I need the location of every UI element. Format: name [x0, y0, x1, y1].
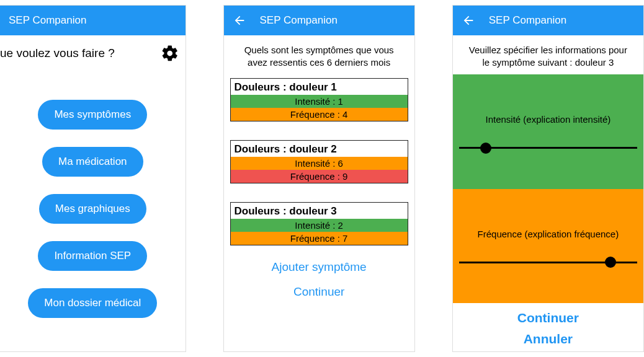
frequency-bar: Fréquence : 9: [231, 170, 408, 183]
continue-button[interactable]: Continuer: [517, 311, 579, 325]
home-menu: Mes symptômes Ma médication Mes graphiqu…: [0, 100, 186, 318]
menu-item-medical-record[interactable]: Mon dossier médical: [28, 288, 157, 318]
app-title: SEP Companion: [489, 14, 635, 27]
symptom-card[interactable]: Douleurs : douleur 1 Intensité : 1 Fréqu…: [230, 78, 408, 121]
frequency-bar: Fréquence : 4: [231, 108, 408, 121]
screen-symptom-list: SEP Companion Quels sont les symptômes q…: [223, 5, 415, 352]
menu-item-graphs[interactable]: Mes graphiques: [39, 194, 146, 224]
intensity-label: Intensité (explication intensité): [485, 114, 610, 125]
symptom-title: Douleurs : douleur 3: [231, 203, 408, 219]
symptom-title: Douleurs : douleur 2: [231, 141, 408, 157]
app-title: SEP Companion: [9, 14, 177, 27]
intensity-thumb[interactable]: [480, 143, 491, 154]
detail-subheader: Veuillez spécifier les informations pour…: [453, 35, 643, 74]
menu-item-medication[interactable]: Ma médication: [42, 147, 143, 177]
slider-panel: Intensité (explication intensité) Fréque…: [453, 74, 643, 303]
detail-actions: Continuer Annuler: [453, 303, 643, 351]
frequency-label: Fréquence (explication fréquence): [478, 229, 619, 239]
symptom-card[interactable]: Douleurs : douleur 2 Intensité : 6 Fréqu…: [230, 140, 408, 183]
appbar: SEP Companion: [453, 6, 643, 35]
frequency-thumb[interactable]: [605, 257, 616, 268]
cancel-button[interactable]: Annuler: [524, 332, 573, 346]
frequency-block: Fréquence (explication fréquence): [453, 189, 643, 304]
screen-home: SEP Companion ue voulez vous faire ? Mes…: [0, 5, 186, 352]
intensity-bar: Intensité : 2: [231, 219, 408, 232]
symptom-list: Douleurs : douleur 1 Intensité : 1 Fréqu…: [224, 78, 414, 245]
frequency-slider[interactable]: [459, 262, 637, 263]
back-icon[interactable]: [233, 14, 246, 27]
menu-item-symptoms[interactable]: Mes symptômes: [38, 100, 147, 130]
intensity-slider[interactable]: [459, 147, 637, 149]
intensity-block: Intensité (explication intensité): [453, 74, 643, 189]
symptom-actions: Ajouter symptôme Continuer: [224, 260, 414, 299]
gear-icon[interactable]: [161, 44, 179, 63]
appbar: SEP Companion: [0, 6, 186, 35]
symptom-title: Douleurs : douleur 1: [231, 79, 408, 95]
home-question: ue voulez vous faire ?: [0, 46, 115, 60]
add-symptom-button[interactable]: Ajouter symptôme: [272, 260, 367, 274]
menu-item-info[interactable]: Information SEP: [38, 241, 147, 271]
symptom-card[interactable]: Douleurs : douleur 3 Intensité : 2 Fréqu…: [230, 202, 408, 245]
app-title: SEP Companion: [260, 14, 406, 27]
continue-button[interactable]: Continuer: [293, 285, 344, 299]
intensity-bar: Intensité : 1: [231, 95, 408, 108]
intensity-bar: Intensité : 6: [231, 157, 408, 170]
screen-symptom-detail: SEP Companion Veuillez spécifier les inf…: [452, 5, 644, 352]
appbar: SEP Companion: [224, 6, 414, 35]
symptom-list-subheader: Quels sont les symptômes que vous avez r…: [224, 35, 414, 74]
back-icon[interactable]: [462, 14, 475, 27]
frequency-bar: Fréquence : 7: [231, 232, 408, 245]
home-question-row: ue voulez vous faire ?: [0, 35, 186, 63]
